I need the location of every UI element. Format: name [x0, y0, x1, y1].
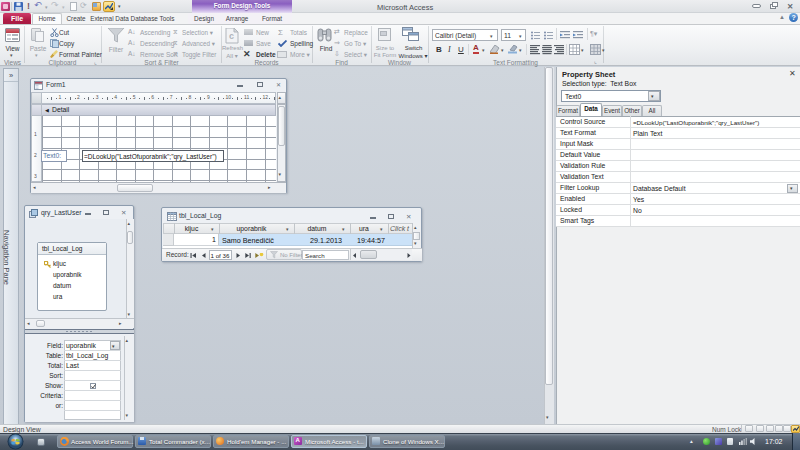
- svg-text:c: c: [229, 31, 234, 41]
